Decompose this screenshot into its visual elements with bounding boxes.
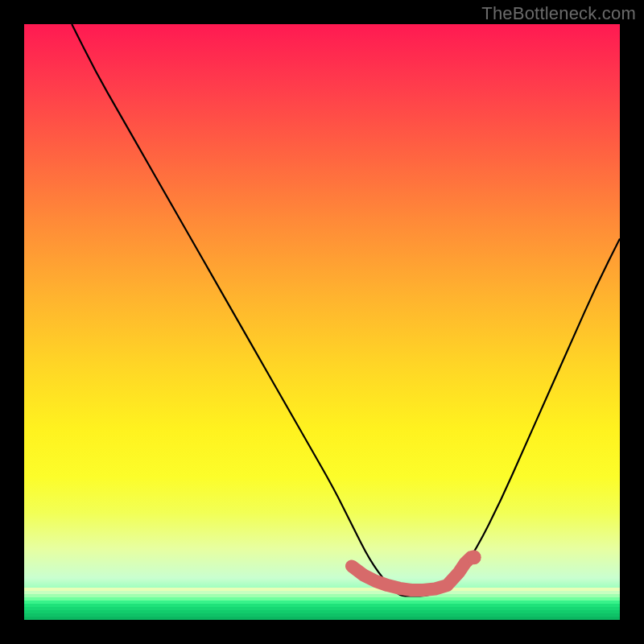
highlight-markers <box>352 550 481 590</box>
marker-blob <box>467 550 481 564</box>
curve-layer <box>24 24 620 620</box>
chart-frame: TheBottleneck.com <box>0 0 644 644</box>
bottleneck-curve-path <box>72 24 620 596</box>
watermark-label: TheBottleneck.com <box>481 3 636 24</box>
marker-band <box>352 557 471 590</box>
plot-area <box>24 24 620 620</box>
